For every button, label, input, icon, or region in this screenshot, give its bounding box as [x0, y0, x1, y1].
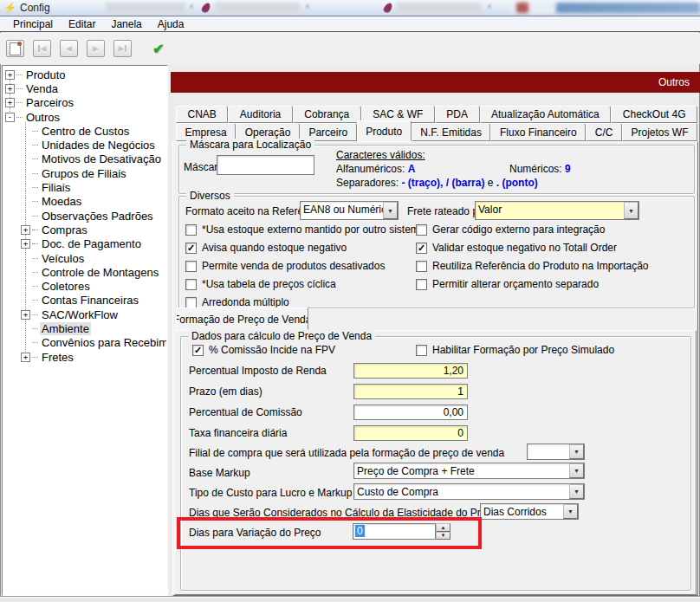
tab-close-icon[interactable]: × [487, 2, 492, 11]
checkbox[interactable]: ✓ [416, 224, 427, 236]
field-input[interactable]: 1,20 [353, 363, 468, 379]
tree-item[interactable]: Motivos de Desativação [5, 152, 166, 166]
checkbox[interactable]: ✓ [185, 224, 197, 236]
blurred-window-tab[interactable] [556, 3, 700, 13]
dropdown-arrow-icon[interactable]: ▼ [563, 504, 578, 519]
tree-item[interactable]: Centro de Custos [5, 124, 166, 138]
dropdown-arrow-icon[interactable]: ▼ [569, 463, 584, 478]
blurred-window-tab[interactable] [397, 3, 482, 13]
tab[interactable]: CheckOut 4G [611, 106, 697, 123]
checkbox[interactable]: ✓ [185, 261, 197, 272]
field-input[interactable]: 0,00 [353, 405, 468, 420]
tree-item[interactable]: + Compras [5, 223, 166, 236]
tree-expander-icon[interactable]: + [21, 353, 30, 362]
checkbox[interactable]: ✓ [185, 297, 197, 308]
checkbox-row[interactable]: ✓ Validar estoque negativo no Totall Ord… [416, 242, 648, 254]
blurred-window-tab[interactable] [106, 3, 185, 13]
checkbox-row[interactable]: ✓ Arredonda múltiplo [185, 296, 425, 308]
dropdown-arrow-icon[interactable]: ▼ [383, 202, 398, 219]
checkbox-row[interactable]: ✓ Reutiliza Referência do Produto na Imp… [416, 260, 648, 272]
comissao-fpv-checkbox-row[interactable]: ✓ % Comissão Incide na FPV [192, 344, 335, 356]
tree-item[interactable]: + Fretes [5, 350, 166, 364]
checkbox-row[interactable]: ✓ *Usa tabela de preços cíclica [185, 278, 425, 290]
tab[interactable]: Auditoria [228, 106, 292, 123]
checkbox[interactable]: ✓ [416, 279, 427, 290]
tree-item[interactable]: + Venda [5, 81, 166, 95]
tree-item-label: Controle de Montagens [40, 266, 160, 279]
tree-item[interactable]: Unidades de Negócios [5, 138, 166, 152]
tab[interactable]: N.F. Emitidas [412, 123, 491, 141]
tree-item[interactable]: + SAC/WorkFlow [5, 307, 166, 321]
tab[interactable]: PDA [435, 106, 480, 123]
tree-item[interactable]: Veículos [5, 251, 166, 265]
dropdown-arrow-icon[interactable]: ▼ [624, 202, 638, 219]
tab[interactable]: Atualização Automática [480, 106, 612, 123]
tree-item[interactable]: + Parceiros [5, 96, 166, 110]
checkbox-row[interactable]: ✓ *Usa estoque externo mantido por outro… [185, 223, 425, 236]
tab[interactable]: Formação de Preço de Venda [176, 307, 308, 330]
checkbox-row[interactable]: ✓ Permitir alterar orçamento separado [416, 278, 648, 290]
checkbox[interactable]: ✓ [416, 345, 427, 356]
tree-item[interactable]: - Outros [5, 110, 166, 124]
checkbox[interactable]: ✓ [185, 243, 197, 254]
field-row: Taxa financeira diária 0 [189, 425, 483, 441]
elasticidade-combobox[interactable]: Dias Corridos ▼ [480, 503, 579, 520]
checkbox-row[interactable]: ✓ Avisa quando estoque negativo [185, 242, 425, 254]
tree-connector [32, 342, 38, 343]
dropdown-arrow-icon[interactable]: ▼ [569, 484, 584, 499]
habilitar-simulado-checkbox-row[interactable]: ✓ Habilitar Formação por Preço Simulado [416, 344, 614, 356]
tree-expander-icon[interactable]: + [21, 239, 30, 249]
frete-rateado-combobox[interactable]: Valor ▼ [475, 201, 639, 220]
tree-item[interactable]: + Doc. de Pagamento [5, 237, 166, 251]
tree-item[interactable]: Convênios para Recebimentos c [5, 336, 166, 350]
checkbox[interactable]: ✓ [416, 243, 427, 254]
checkbox[interactable]: ✓ [185, 279, 197, 290]
menu-item[interactable]: Principal [5, 16, 61, 31]
tree-item[interactable]: Ambiente [5, 321, 166, 335]
tree-item[interactable]: Filiais [5, 180, 166, 194]
tree-item[interactable]: Coletores [5, 279, 166, 293]
formato-referencia-combobox[interactable]: EAN8 ou Numérico ▼ [300, 201, 399, 220]
tab[interactable]: C/C [586, 123, 622, 141]
tab[interactable]: Fluxo Financeiro [490, 123, 586, 141]
tree-item[interactable]: Grupos de Filiais [5, 166, 166, 180]
tab-close-icon[interactable]: × [189, 2, 194, 11]
tree-item[interactable]: Contas Financeiras [5, 294, 166, 307]
tree-expander-icon[interactable]: + [21, 310, 30, 320]
tab[interactable]: Cobrança [293, 106, 361, 123]
blurred-window-tab[interactable] [215, 3, 300, 13]
menu-item[interactable]: Ajuda [150, 16, 192, 31]
tab[interactable]: CNAB [176, 106, 228, 123]
tree-item[interactable]: + Produto [5, 68, 166, 81]
tree-expander-icon[interactable]: + [5, 70, 15, 80]
last-record-button[interactable]: ▶ [113, 40, 132, 57]
first-record-button[interactable]: ◀ [33, 40, 51, 57]
mascara-input[interactable] [217, 155, 314, 175]
checkbox-row[interactable]: ✓ Permite venda de produtos desativados [185, 260, 425, 272]
next-record-button[interactable]: ▶ [87, 40, 105, 57]
checkbox[interactable]: ✓ [416, 261, 427, 272]
tree-item[interactable]: Controle de Montagens [5, 265, 166, 279]
previous-record-button[interactable]: ◀ [60, 40, 78, 57]
confirm-check-icon[interactable]: ✔ [152, 41, 164, 57]
field-input[interactable]: 0 [353, 425, 468, 441]
tab[interactable]: Produto [357, 120, 412, 141]
tree-expander-icon[interactable]: + [5, 98, 15, 107]
checkbox-row[interactable]: ✓ Gerar código externo para integração [416, 223, 648, 236]
tree-expander-icon[interactable]: + [21, 225, 30, 235]
base-markup-combobox[interactable]: Preço de Compra + Frete ▼ [353, 463, 585, 479]
tab-close-icon[interactable]: × [305, 2, 310, 11]
dropdown-arrow-icon[interactable]: ▼ [569, 444, 584, 459]
tab[interactable]: Projetos WF [622, 123, 697, 141]
checkbox[interactable]: ✓ [192, 345, 204, 356]
field-input[interactable]: 1 [353, 384, 468, 399]
tipo-custo-combobox[interactable]: Custo de Compra ▼ [353, 483, 585, 500]
tree-expander-icon[interactable]: + [5, 84, 15, 94]
menu-item[interactable]: Editar [61, 16, 103, 31]
menu-item[interactable]: Janela [103, 16, 149, 31]
new-record-button[interactable] [6, 40, 24, 57]
tree-item[interactable]: Observações Padrões [5, 209, 166, 223]
tree-expander-icon[interactable]: - [5, 113, 15, 122]
filial-combobox[interactable]: ▼ [527, 443, 585, 460]
tree-item[interactable]: Moedas [5, 195, 166, 209]
